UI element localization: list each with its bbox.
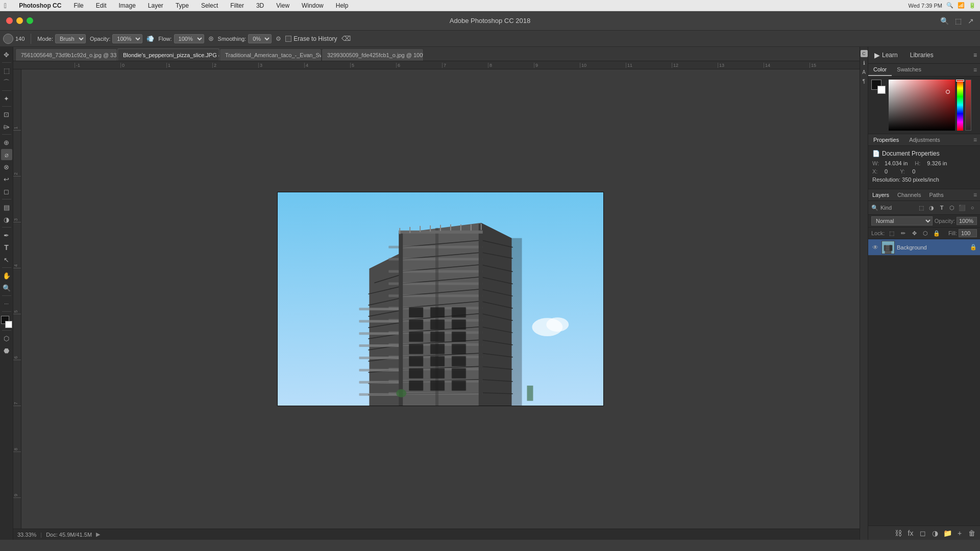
canvas-scroll[interactable]: 1 2 3 4 5 6 7 8 9 bbox=[13, 69, 860, 529]
flow-control[interactable]: Flow: 100% bbox=[158, 34, 204, 43]
menu-help[interactable]: Help bbox=[334, 1, 351, 10]
libraries-tab[interactable]: Libraries bbox=[904, 47, 940, 63]
menu-window[interactable]: Window bbox=[300, 1, 326, 10]
info-icon[interactable]: ℹ bbox=[861, 59, 868, 66]
properties-panel-options-icon[interactable]: ≡ bbox=[970, 134, 980, 145]
mode-selector[interactable]: Mode: Brush Pencil Block bbox=[37, 34, 86, 43]
paths-tab[interactable]: Paths bbox=[925, 189, 948, 201]
new-adjustment-button[interactable]: ◑ bbox=[930, 528, 940, 538]
adjustments-tab[interactable]: Adjustments bbox=[904, 134, 945, 145]
lock-artboard-icon[interactable]: ⬡ bbox=[921, 229, 929, 237]
smoothing-dropdown[interactable]: 0% bbox=[248, 34, 272, 43]
swatches-tab[interactable]: Swatches bbox=[892, 64, 926, 76]
minimize-button[interactable] bbox=[16, 17, 23, 24]
path-select-tool[interactable]: ↖ bbox=[1, 254, 12, 265]
move-tool[interactable]: ✥ bbox=[1, 49, 12, 60]
tab-2[interactable]: Blondie's_pepperoni_pizza_slice.JPG @ 66… bbox=[117, 48, 219, 61]
tool-brush-options[interactable]: 140 bbox=[3, 34, 24, 44]
menu-image[interactable]: Image bbox=[116, 1, 137, 10]
history-brush-tool[interactable]: ↩ bbox=[1, 173, 12, 185]
tab-4[interactable]: 3299300509_fde425fcb1_o.jpg @ 100% ( ✕ bbox=[322, 48, 424, 61]
spot-healing-tool[interactable]: ⊕ bbox=[1, 137, 12, 148]
pen-tool[interactable]: ✒ bbox=[1, 230, 12, 241]
link-layers-button[interactable]: ⛓ bbox=[893, 528, 903, 538]
layers-tab[interactable]: Layers bbox=[868, 189, 893, 201]
lock-transparent-icon[interactable]: ⬚ bbox=[888, 229, 896, 237]
rectangle-select-tool[interactable]: ⬚ bbox=[1, 65, 12, 76]
opacity-control[interactable]: Opacity: 100% bbox=[90, 34, 142, 43]
share-icon[interactable]: ↗ bbox=[968, 17, 974, 25]
color-gradient[interactable] bbox=[889, 80, 955, 131]
color-preview[interactable] bbox=[871, 80, 886, 94]
maximize-button[interactable] bbox=[27, 17, 33, 24]
erase-to-history-option[interactable]: Erase to History bbox=[285, 35, 337, 42]
tab-3[interactable]: Traditional_American_taco_-_Evan_Swigart… bbox=[219, 48, 322, 61]
search-icon[interactable]: 🔍 bbox=[946, 2, 953, 9]
channels-tab[interactable]: Channels bbox=[893, 189, 925, 201]
menu-select[interactable]: Select bbox=[199, 1, 220, 10]
filter-adjustment-icon[interactable]: ◑ bbox=[927, 203, 936, 212]
search-icon[interactable]: 🔍 bbox=[940, 17, 949, 25]
color-tab[interactable]: Color bbox=[868, 64, 892, 76]
canvas-viewport[interactable] bbox=[21, 69, 860, 529]
filter-shape-icon[interactable]: ⬡ bbox=[947, 203, 957, 212]
layers-menu-icon[interactable]: ≡ bbox=[973, 191, 977, 198]
filter-toggle[interactable]: ○ bbox=[968, 203, 977, 212]
arrange-icon[interactable]: ⬚ bbox=[955, 17, 962, 25]
background-swatch[interactable] bbox=[877, 86, 886, 94]
canvas-document[interactable] bbox=[277, 192, 604, 406]
type-tool[interactable]: T bbox=[1, 242, 12, 253]
gradient-tool[interactable]: ▤ bbox=[1, 202, 12, 213]
paragraph-icon[interactable]: ¶ bbox=[861, 78, 868, 85]
tab-1[interactable]: 7561005648_73d9b1c92d_o.jpg @ 33.3% (RGB… bbox=[15, 48, 117, 61]
zoom-tool[interactable]: 🔍 bbox=[1, 282, 12, 293]
menu-layer[interactable]: Layer bbox=[146, 1, 165, 10]
background-color[interactable] bbox=[5, 321, 12, 328]
color-picker-mini-icon[interactable]: C bbox=[861, 50, 868, 57]
learn-tab[interactable]: ▶ Learn bbox=[868, 47, 904, 63]
more-tools[interactable]: ··· bbox=[1, 298, 12, 309]
menu-photoshop[interactable]: Photoshop CC bbox=[17, 1, 63, 10]
clone-stamp-tool[interactable]: ⊗ bbox=[1, 161, 12, 172]
new-group-button[interactable]: 📁 bbox=[942, 528, 952, 538]
eraser-tool[interactable]: ◻ bbox=[1, 186, 12, 197]
menu-file[interactable]: File bbox=[71, 1, 85, 10]
erase-history-checkbox[interactable] bbox=[285, 36, 291, 42]
layer-visibility-icon[interactable]: 👁 bbox=[871, 243, 879, 252]
lock-image-icon[interactable]: ✏ bbox=[899, 229, 907, 237]
alpha-slider[interactable] bbox=[965, 80, 971, 131]
brush-tool active[interactable]: ⌀ bbox=[1, 149, 12, 160]
flow-dropdown[interactable]: 100% bbox=[174, 34, 204, 43]
menu-view[interactable]: View bbox=[274, 1, 291, 10]
add-style-button[interactable]: fx bbox=[905, 528, 916, 538]
opacity-input[interactable] bbox=[957, 217, 977, 225]
hue-slider[interactable] bbox=[957, 80, 963, 131]
properties-tab[interactable]: Properties bbox=[868, 134, 904, 145]
ai-icon[interactable]: A bbox=[861, 68, 868, 76]
dodge-tool[interactable]: ◑ bbox=[1, 214, 12, 225]
crop-tool[interactable]: ⊡ bbox=[1, 109, 12, 120]
opacity-dropdown[interactable]: 100% bbox=[112, 34, 142, 43]
panel-options-icon[interactable]: ≡ bbox=[970, 49, 980, 61]
color-swatch-area[interactable] bbox=[1, 316, 12, 328]
hand-tool[interactable]: ✋ bbox=[1, 270, 12, 281]
color-panel-options[interactable]: ≡ bbox=[970, 64, 980, 76]
layer-background[interactable]: 👁 Background bbox=[868, 239, 980, 256]
close-button[interactable] bbox=[6, 17, 13, 24]
layers-options-icon[interactable]: ≡ bbox=[970, 189, 980, 201]
quick-mask-tool[interactable]: ⬡ bbox=[1, 333, 12, 344]
fill-input[interactable] bbox=[959, 229, 977, 237]
filter-smartobj-icon[interactable]: ⬛ bbox=[958, 203, 967, 212]
filter-type-icon[interactable]: T bbox=[937, 203, 946, 212]
lock-all-icon[interactable]: 🔒 bbox=[933, 229, 941, 237]
mode-dropdown[interactable]: Brush Pencil Block bbox=[55, 34, 86, 43]
lasso-tool[interactable]: ⌒ bbox=[1, 77, 12, 88]
smoothing-control[interactable]: Smoothing: 0% bbox=[218, 34, 272, 43]
brush-airbrush-icon[interactable]: 💨 bbox=[146, 35, 154, 42]
status-arrow-icon[interactable]: ▶ bbox=[96, 531, 100, 538]
menu-filter[interactable]: Filter bbox=[228, 1, 246, 10]
menu-type[interactable]: Type bbox=[174, 1, 191, 10]
new-layer-button[interactable]: + bbox=[954, 528, 965, 538]
add-mask-button[interactable]: ◻ bbox=[918, 528, 928, 538]
magic-wand-tool[interactable]: ✦ bbox=[1, 93, 12, 104]
